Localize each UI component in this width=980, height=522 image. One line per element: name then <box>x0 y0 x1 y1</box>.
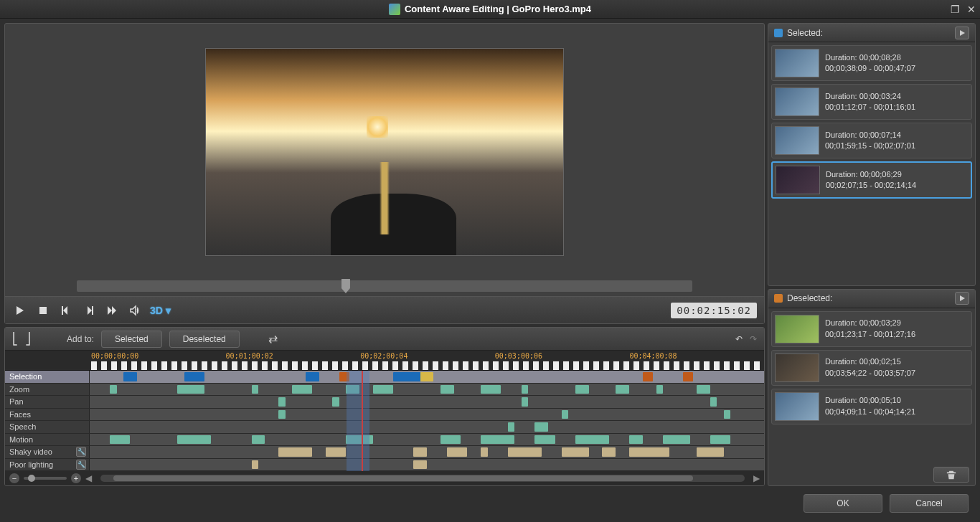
play-button[interactable] <box>12 303 28 318</box>
clip[interactable] <box>123 372 137 381</box>
clip-item[interactable]: Duration: 00;00;05;1000;04;09;11 - 00;04… <box>771 389 972 424</box>
volume-button[interactable] <box>127 303 143 318</box>
clip[interactable] <box>663 435 690 445</box>
timeline-ruler[interactable]: 00;00;00;0000;01;00;0200;02;00;0400;03;0… <box>5 351 764 371</box>
clip-item[interactable]: Duration: 00;00;07;1400;01;59;15 - 00;02… <box>771 123 972 158</box>
mark-in-icon[interactable]: ⎣ <box>12 332 18 346</box>
clip[interactable] <box>683 372 693 381</box>
clip[interactable] <box>534 422 548 432</box>
clip[interactable] <box>177 385 204 394</box>
clip[interactable] <box>616 385 629 394</box>
clip[interactable] <box>522 397 528 407</box>
track-content[interactable] <box>90 421 764 433</box>
next-frame-button[interactable] <box>81 303 97 318</box>
clip[interactable] <box>292 385 312 394</box>
clip[interactable] <box>629 447 669 457</box>
clip[interactable] <box>306 372 319 381</box>
preview-scrubber[interactable] <box>77 280 692 292</box>
clip[interactable] <box>440 435 461 445</box>
clip[interactable] <box>508 447 542 457</box>
cancel-button[interactable]: Cancel <box>890 494 969 513</box>
clip[interactable] <box>440 385 454 394</box>
clip[interactable] <box>575 385 589 394</box>
clip[interactable] <box>373 385 393 394</box>
selected-play-button[interactable] <box>955 27 969 39</box>
clip[interactable] <box>278 397 285 407</box>
prev-frame-button[interactable] <box>58 303 74 318</box>
restore-icon[interactable]: ❐ <box>951 4 960 15</box>
wrench-icon[interactable]: 🔧 <box>76 460 86 470</box>
scroll-left-icon[interactable]: ◀ <box>85 473 92 483</box>
clip[interactable] <box>710 435 730 445</box>
track-row: Motion <box>5 434 764 447</box>
track-content[interactable] <box>90 434 764 446</box>
3d-button[interactable]: 3D ▾ <box>150 305 171 316</box>
clip[interactable] <box>447 447 467 457</box>
clip[interactable] <box>278 447 312 457</box>
clip[interactable] <box>724 410 730 419</box>
clip[interactable] <box>332 397 339 407</box>
track-content[interactable] <box>90 396 764 408</box>
track-content[interactable] <box>90 446 764 458</box>
clip[interactable] <box>562 410 568 419</box>
stop-button[interactable] <box>35 303 51 318</box>
clip[interactable] <box>602 447 616 457</box>
zoom-slider[interactable] <box>24 477 67 480</box>
scrubber-handle[interactable] <box>341 279 350 293</box>
clip[interactable] <box>184 372 204 381</box>
clip[interactable] <box>110 385 116 394</box>
deselected-play-button[interactable] <box>955 292 969 305</box>
clip-item[interactable]: Duration: 00;00;08;2800;00;38;09 - 00;00… <box>771 45 972 81</box>
track-label: Selection <box>5 371 90 383</box>
clip[interactable] <box>522 385 528 394</box>
fast-forward-button[interactable] <box>104 303 120 318</box>
clip[interactable] <box>481 447 487 457</box>
zoom-in-button[interactable]: + <box>71 473 81 483</box>
wrench-icon[interactable]: 🔧 <box>76 447 86 457</box>
swap-icon[interactable]: ⇄ <box>268 332 278 346</box>
clip-item[interactable]: Duration: 00;00;02;1500;03;54;22 - 00;03… <box>771 350 972 386</box>
clip[interactable] <box>110 435 130 445</box>
clip[interactable] <box>575 435 609 445</box>
clip[interactable] <box>697 447 724 457</box>
clip[interactable] <box>481 435 514 445</box>
clip[interactable] <box>278 410 285 419</box>
clip[interactable] <box>252 435 265 445</box>
clip-item[interactable]: Duration: 00;00;03;2400;01;12;07 - 00;01… <box>771 84 972 120</box>
clip[interactable] <box>413 460 427 470</box>
clip[interactable] <box>326 447 346 457</box>
mark-out-icon[interactable]: ⎦ <box>25 332 31 346</box>
clip[interactable] <box>629 435 643 445</box>
zoom-out-button[interactable]: − <box>9 473 19 483</box>
track-content[interactable] <box>90 409 764 421</box>
clip[interactable] <box>534 435 555 445</box>
clip[interactable] <box>656 385 663 394</box>
clip[interactable] <box>643 372 653 381</box>
clip[interactable] <box>697 385 710 394</box>
add-selected-button[interactable]: Selected <box>101 331 162 348</box>
undo-icon[interactable]: ↶ <box>735 334 743 344</box>
clip[interactable] <box>252 460 258 470</box>
clip[interactable] <box>481 385 501 394</box>
clip[interactable] <box>508 422 514 432</box>
clip[interactable] <box>420 372 434 381</box>
timeline-hscroll[interactable] <box>100 475 745 482</box>
scroll-right-icon[interactable]: ▶ <box>753 473 760 483</box>
clip-item[interactable]: Duration: 00;00;06;2900;02;07;15 - 00;02… <box>771 161 972 199</box>
track-content[interactable] <box>90 371 764 383</box>
clip-item[interactable]: Duration: 00;00;03;2900;01;23;17 - 00;01… <box>771 311 972 347</box>
clip[interactable] <box>177 435 211 445</box>
clip[interactable] <box>710 397 717 407</box>
close-icon[interactable]: ✕ <box>967 4 976 15</box>
ok-button[interactable]: OK <box>804 494 882 513</box>
clip[interactable] <box>252 385 258 394</box>
track-content[interactable] <box>90 384 764 396</box>
clip[interactable] <box>413 447 427 457</box>
delete-button[interactable] <box>933 467 969 483</box>
timeline-panel: ⎣ ⎦ Add to: Selected Deselected ⇄ ↶ ↷ 00… <box>4 327 765 486</box>
clip[interactable] <box>393 372 420 381</box>
add-deselected-button[interactable]: Deselected <box>169 331 240 348</box>
track-content[interactable] <box>90 459 764 471</box>
redo-icon[interactable]: ↷ <box>750 334 757 344</box>
clip[interactable] <box>562 447 589 457</box>
